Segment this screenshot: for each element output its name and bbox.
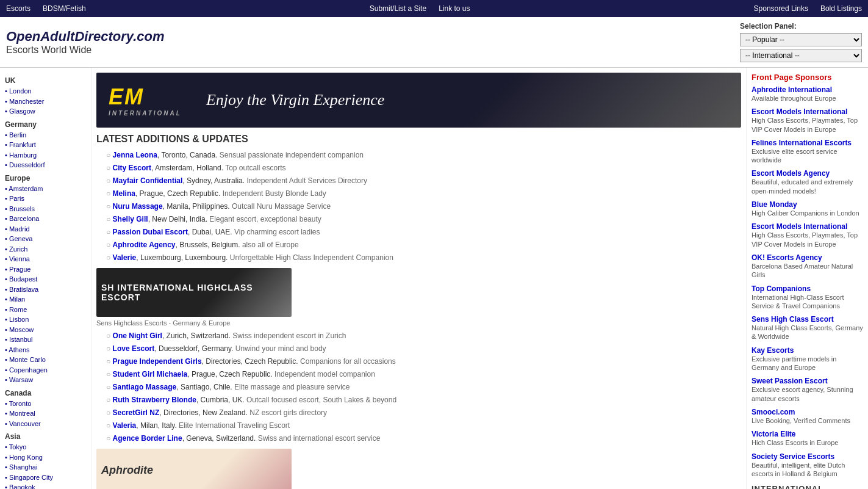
listing-link[interactable]: City Escort	[113, 164, 151, 172]
sidebar-city-frankfurt[interactable]: • Frankfurt	[5, 140, 86, 150]
listing-link[interactable]: Ruth Strawberry Blonde	[113, 396, 196, 404]
listing-link[interactable]: Agence Border Line	[113, 434, 182, 443]
listing-link[interactable]: Melina	[113, 189, 135, 198]
listing-link[interactable]: Nuru Massage	[113, 202, 163, 211]
sidebar-city-brussels[interactable]: • Brussels	[5, 204, 86, 214]
banner-logo-text: EMINTERNATIONAL	[109, 84, 182, 117]
header: OpenAdultDirectory.com Escorts World Wid…	[0, 17, 868, 68]
nav-sponsored-links[interactable]: Sponsored Links	[754, 4, 808, 13]
sidebar-city-warsaw[interactable]: • Warsaw	[5, 375, 86, 385]
listing-location: , Manila, Philippines.	[163, 202, 232, 211]
listing-location: , Toronto, Canada.	[157, 151, 220, 159]
nav-bdsm[interactable]: BDSM/Fetish	[43, 4, 86, 13]
aphrodite-banner[interactable]: Aphrodite	[96, 449, 292, 489]
sidebar-city-prague[interactable]: • Prague	[5, 264, 86, 275]
listing-link[interactable]: Santiago Massage	[113, 383, 177, 391]
sidebar-city-manchester[interactable]: • Manchester	[5, 96, 86, 107]
popular-dropdown[interactable]: -- Popular -- London Berlin Amsterdam Pa…	[740, 33, 862, 46]
sidebar-city-bangkok[interactable]: • Bangkok	[5, 482, 86, 489]
nav-bold-listings[interactable]: Bold Listings	[820, 4, 862, 13]
left-sidebar: UK• London• Manchester• GlasgowGermany• …	[0, 68, 91, 489]
sidebar-city-vienna[interactable]: • Vienna	[5, 254, 86, 264]
sponsor-link[interactable]: Escort Models International	[751, 107, 847, 116]
listing-location: , Directories, Czech Republic.	[202, 357, 300, 366]
sidebar-city-rome[interactable]: • Rome	[5, 305, 86, 315]
sidebar-city-singapore-city[interactable]: • Singapore City	[5, 473, 86, 483]
sponsor-link[interactable]: Society Service Escorts	[751, 452, 834, 461]
sidebar-city-hamburg[interactable]: • Hamburg	[5, 150, 86, 161]
sponsor-link[interactable]: Blue Monday	[751, 200, 797, 209]
listing-link[interactable]: SecretGirl NZ	[113, 408, 160, 417]
selection-panel: Selection Panel: -- Popular -- London Be…	[740, 22, 862, 62]
sponsor-item: Escort Models InternationalHigh Class Es…	[751, 107, 863, 134]
listing-link[interactable]: Aphrodite Agency	[113, 241, 176, 249]
listing-description: Top outcall escorts	[225, 164, 285, 172]
sponsor-link[interactable]: Smooci.com	[751, 408, 795, 416]
listing-link[interactable]: Jenna Leona	[113, 151, 157, 159]
international-dropdown[interactable]: -- International -- Africa Argentina Aus…	[740, 49, 862, 62]
sidebar-city-geneva[interactable]: • Geneva	[5, 234, 86, 244]
list-item: Valerie, Luxembourg, Luxembourg. Unforge…	[106, 252, 741, 263]
sponsor-link[interactable]: Escort Models International	[751, 222, 847, 231]
listing-location: , Dubai, UAE.	[188, 228, 234, 236]
sh-banner[interactable]: SH INTERNATIONAL HIGHCLASS ESCORT	[96, 268, 292, 317]
sponsor-item: OK! Escorts AgencyBarcelona Based Amateu…	[751, 253, 863, 280]
sidebar-city-barcelona[interactable]: • Barcelona	[5, 214, 86, 224]
listing-link[interactable]: Mayfair Confidential	[113, 176, 183, 185]
sponsor-link[interactable]: Sens High Class Escort	[751, 315, 834, 324]
right-sidebar: Front Page Sponsors Aphrodite Internatio…	[746, 68, 868, 489]
sidebar-city-budapest[interactable]: • Budapest	[5, 274, 86, 284]
listing-link[interactable]: Love Escort	[113, 344, 155, 353]
listing-link[interactable]: Valerie	[113, 253, 137, 262]
sponsor-description: Beautiful, intelligent, elite Dutch esco…	[751, 461, 863, 479]
listing-description: also all of Europe	[242, 241, 299, 249]
sidebar-city-istanbul[interactable]: • Istanbul	[5, 335, 86, 345]
listing-link[interactable]: Prague Independent Girls	[113, 357, 202, 366]
sidebar-city-tokyo[interactable]: • Tokyo	[5, 442, 86, 452]
nav-submit[interactable]: Submit/List a Site	[370, 4, 426, 13]
listing-link[interactable]: Passion Dubai Escort	[113, 228, 188, 236]
sidebar-city-madrid[interactable]: • Madrid	[5, 224, 86, 234]
sidebar-city-copenhagen[interactable]: • Copenhagen	[5, 365, 86, 375]
sidebar-city-hong-kong[interactable]: • Hong Kong	[5, 452, 86, 463]
sidebar-city-moscow[interactable]: • Moscow	[5, 325, 86, 335]
list-item: Melina, Prague, Czech Republic. Independ…	[106, 188, 741, 199]
list-item: Ruth Strawberry Blonde, Cumbria, UK. Out…	[106, 394, 741, 405]
sidebar-city-athens[interactable]: • Athens	[5, 345, 86, 355]
listing-link[interactable]: Student Girl Michaela	[113, 370, 188, 379]
sidebar-city-milan[interactable]: • Milan	[5, 294, 86, 305]
sidebar-city-zurich[interactable]: • Zurich	[5, 244, 86, 255]
nav-link-to-us[interactable]: Link to us	[439, 4, 470, 13]
sidebar-city-paris[interactable]: • Paris	[5, 194, 86, 204]
listing-location: , Amsterdam, Holland.	[151, 164, 225, 172]
sponsor-link[interactable]: OK! Escorts Agency	[751, 253, 822, 262]
sidebar-city-montreal[interactable]: • Montreal	[5, 408, 86, 419]
sponsor-link[interactable]: Escort Models Agency	[751, 169, 830, 178]
sponsor-link[interactable]: Felines International Escorts	[751, 139, 852, 147]
sidebar-city-glasgow[interactable]: • Glasgow	[5, 106, 86, 117]
sidebar-city-duesseldorf[interactable]: • Duesseldorf	[5, 160, 86, 170]
sidebar-city-vancouver[interactable]: • Vancouver	[5, 419, 86, 429]
em-banner[interactable]: EMINTERNATIONAL Enjoy the Virgin Experie…	[96, 73, 741, 128]
sidebar-city-bratislava[interactable]: • Bratislava	[5, 284, 86, 295]
sidebar-city-lisbon[interactable]: • Lisbon	[5, 314, 86, 325]
sidebar-city-monte-carlo[interactable]: • Monte Carlo	[5, 355, 86, 365]
sponsor-link[interactable]: Kay Escorts	[751, 346, 794, 355]
listing-location: , Duesseldorf, Germany.	[154, 344, 235, 353]
sidebar-city-berlin[interactable]: • Berlin	[5, 130, 86, 140]
listing-description: Sensual passionate independent companion	[220, 151, 364, 159]
sponsor-link[interactable]: Top Companions	[751, 284, 811, 293]
sponsor-description: High Caliber Companions in London	[751, 209, 863, 217]
nav-escorts[interactable]: Escorts	[6, 4, 30, 13]
listing-link[interactable]: Valeria	[113, 421, 137, 430]
sponsor-link[interactable]: Aphrodite International	[751, 85, 832, 94]
listing-link[interactable]: Shelly Gill	[113, 215, 148, 223]
sponsor-link[interactable]: Sweet Passion Escort	[751, 377, 828, 385]
sponsor-link[interactable]: Victoria Elite	[751, 430, 795, 438]
listing-link[interactable]: One Night Girl	[113, 331, 162, 340]
sidebar-city-toronto[interactable]: • Toronto	[5, 399, 86, 409]
sidebar-city-shanghai[interactable]: • Shanghai	[5, 462, 86, 473]
sidebar-city-amsterdam[interactable]: • Amsterdam	[5, 184, 86, 194]
listing-description: Swiss and international escort service	[258, 434, 381, 443]
sidebar-city-london[interactable]: • London	[5, 86, 86, 96]
